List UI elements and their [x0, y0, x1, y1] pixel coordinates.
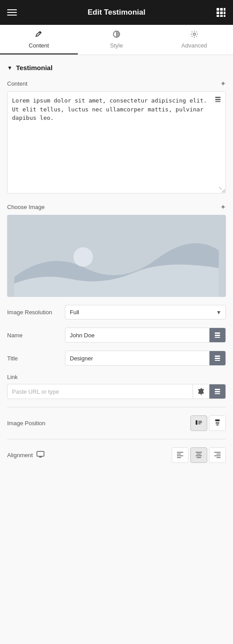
- tab-content-label: Content: [29, 42, 49, 49]
- svg-rect-20: [215, 356, 220, 357]
- title-field-row: Title: [7, 351, 226, 366]
- hamburger-menu-icon[interactable]: [7, 9, 17, 16]
- header-title: Edit Testimonial: [88, 8, 145, 17]
- tab-advanced[interactable]: Advanced: [155, 25, 233, 55]
- svg-rect-0: [217, 8, 219, 11]
- svg-rect-34: [37, 451, 44, 456]
- image-resolution-select[interactable]: Full Large Medium Thumbnail: [65, 305, 226, 320]
- header: Edit Testimonial: [0, 0, 233, 25]
- svg-rect-25: [215, 393, 220, 394]
- content-ai-icon[interactable]: ✦: [220, 79, 226, 88]
- image-position-left-button[interactable]: [190, 415, 207, 431]
- alignment-right-button[interactable]: [209, 447, 226, 463]
- name-input-wrapper: [65, 328, 226, 343]
- svg-point-16: [73, 247, 93, 267]
- choose-image-ai-icon[interactable]: ✦: [220, 203, 226, 211]
- svg-rect-5: [224, 12, 225, 14]
- monitor-icon: [36, 450, 44, 460]
- choose-image-label: Choose Image: [7, 204, 45, 210]
- title-input-wrapper: [65, 351, 226, 366]
- link-label: Link: [7, 374, 226, 380]
- svg-rect-24: [215, 391, 220, 392]
- link-input[interactable]: [8, 385, 193, 399]
- svg-rect-23: [215, 389, 220, 390]
- name-field-row: Name: [7, 328, 226, 343]
- tab-style[interactable]: Style: [78, 25, 156, 55]
- section-heading: ▼ Testimonial: [7, 64, 226, 71]
- divider-1: [7, 407, 226, 407]
- tabs-bar: Content Style Advanced: [0, 25, 233, 55]
- svg-rect-19: [215, 337, 220, 338]
- alignment-left-button[interactable]: [172, 447, 189, 463]
- grid-icon[interactable]: [216, 8, 226, 17]
- link-section: Link: [7, 374, 226, 399]
- tab-content[interactable]: Content: [0, 25, 78, 55]
- svg-rect-3: [217, 12, 219, 14]
- svg-point-11: [193, 33, 195, 36]
- content-tab-icon: [35, 30, 43, 40]
- svg-rect-26: [196, 420, 197, 425]
- svg-rect-2: [224, 8, 225, 11]
- image-position-label: Image Position: [7, 420, 190, 427]
- content-field-row: Content ✦ Lorem ipsum dolor sit amet, co…: [7, 79, 226, 195]
- link-gear-button[interactable]: [193, 384, 209, 399]
- name-input[interactable]: [65, 328, 209, 342]
- alignment-label: Alignment: [7, 452, 33, 458]
- choose-image-field-row: Choose Image ✦: [7, 203, 226, 297]
- svg-rect-13: [215, 99, 221, 100]
- image-position-top-button[interactable]: [209, 415, 226, 431]
- image-resolution-label: Image Resolution: [7, 309, 60, 316]
- textarea-stack-icon[interactable]: [214, 96, 221, 104]
- image-position-row: Image Position: [7, 415, 226, 431]
- content-textarea[interactable]: Lorem ipsum dolor sit amet, consectetur …: [7, 91, 226, 194]
- svg-rect-6: [217, 15, 219, 17]
- svg-rect-4: [220, 12, 223, 14]
- content-label: Content: [7, 80, 28, 87]
- image-position-btn-group: [190, 415, 226, 431]
- divider-2: [7, 439, 226, 439]
- image-placeholder[interactable]: [7, 215, 226, 297]
- svg-rect-8: [224, 15, 225, 17]
- name-label: Name: [7, 332, 60, 339]
- svg-rect-1: [220, 8, 223, 11]
- section-arrow-icon[interactable]: ▼: [7, 65, 12, 71]
- svg-rect-30: [215, 419, 220, 421]
- alignment-btn-group: [172, 447, 226, 463]
- image-resolution-row: Image Resolution Full Large Medium Thumb…: [7, 305, 226, 320]
- style-tab-icon: [112, 30, 121, 40]
- svg-rect-14: [215, 101, 221, 102]
- content-textarea-wrapper: Lorem ipsum dolor sit amet, consectetur …: [7, 91, 226, 195]
- link-stack-button[interactable]: [209, 384, 225, 399]
- title-label: Title: [7, 355, 60, 362]
- alignment-center-button[interactable]: [190, 447, 207, 463]
- svg-rect-17: [215, 332, 220, 334]
- tab-style-label: Style: [110, 42, 123, 49]
- svg-rect-18: [215, 335, 220, 336]
- textarea-resize-icon: ⤡: [218, 186, 222, 191]
- svg-rect-12: [215, 97, 221, 98]
- tab-advanced-label: Advanced: [181, 42, 207, 49]
- svg-rect-21: [215, 358, 220, 359]
- title-input[interactable]: [65, 352, 209, 365]
- alignment-label-group: Alignment: [7, 450, 172, 460]
- link-input-row: [7, 384, 226, 399]
- alignment-row: Alignment: [7, 447, 226, 463]
- image-resolution-select-wrapper: Full Large Medium Thumbnail ▼: [65, 305, 226, 320]
- section-title: Testimonial: [16, 64, 52, 71]
- title-stack-button[interactable]: [209, 351, 225, 365]
- name-stack-button[interactable]: [209, 328, 225, 342]
- advanced-tab-icon: [190, 30, 198, 40]
- svg-rect-7: [220, 15, 223, 17]
- svg-rect-22: [215, 360, 220, 361]
- content-area: ▼ Testimonial Content ✦ Lorem ipsum dolo…: [0, 55, 233, 644]
